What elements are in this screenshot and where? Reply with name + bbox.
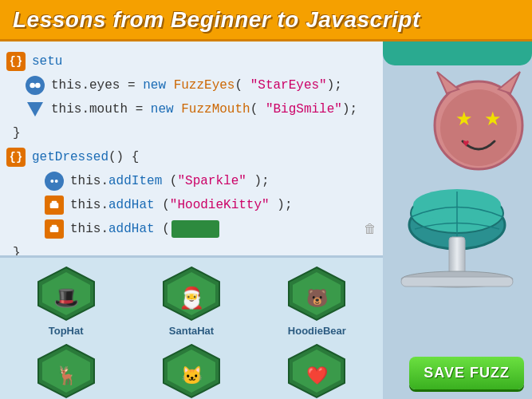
page-title: Lessons from Beginner to Javascript	[13, 7, 420, 33]
eyes-icon	[26, 76, 45, 95]
svg-point-3	[55, 180, 58, 183]
hat-icon-1	[45, 196, 64, 215]
hat-selection-area: 🎩 TopHat 🎅	[0, 255, 383, 399]
code-line-addhat2: this.addHat ( 🗑	[0, 217, 383, 241]
svg-text:🦌: 🦌	[55, 365, 77, 386]
code-line-close2: }	[0, 241, 383, 255]
code-editor[interactable]: {} setu this.eyes = new FuzzEyes(	[0, 41, 383, 255]
code-line-additem: this.addItem ("Sparkle" );	[0, 169, 383, 193]
right-panel: ★ ★ ♥	[383, 41, 532, 399]
code-line-addhat1: this.addHat ("HoodieKitty" );	[0, 193, 383, 217]
curly-icon-2: {}	[6, 148, 26, 167]
curly-icon: {}	[6, 52, 26, 71]
title-bar: Lessons from Beginner to Javascript	[0, 0, 532, 41]
svg-point-2	[50, 180, 53, 183]
svg-text:❤️: ❤️	[306, 365, 329, 386]
hat-item-hoodiekitty[interactable]: 🐱 HoodieKitty	[132, 343, 250, 399]
code-text-setup: setu	[32, 54, 62, 69]
main-content: {} setu this.eyes = new FuzzEyes(	[0, 41, 532, 399]
hat-label-tophat: TopHat	[49, 325, 84, 337]
svg-text:♥: ♥	[463, 136, 469, 149]
code-panel: {} setu this.eyes = new FuzzEyes(	[0, 41, 383, 399]
code-area: {} setu this.eyes = new FuzzEyes(	[0, 41, 383, 255]
trash-icon[interactable]: 🗑	[364, 222, 376, 237]
hat-item-reindeer[interactable]: 🦌 Reindeer	[6, 343, 125, 399]
hat-hex-reindeer: 🦌	[34, 343, 98, 399]
hat-hex-hoodiebear: 🐻	[285, 266, 349, 322]
item-icon	[45, 172, 64, 191]
triangle-icon	[27, 102, 43, 117]
hat-item-tophat[interactable]: 🎩 TopHat	[6, 266, 125, 337]
code-brace-close2: }	[6, 246, 21, 255]
svg-point-0	[30, 83, 35, 89]
mouth-icon-wrap	[26, 100, 45, 119]
hat-label-hoodiebear: HoodieBear	[288, 325, 346, 337]
svg-rect-5	[52, 201, 57, 205]
text-cursor[interactable]	[171, 220, 219, 238]
code-line-getdressed: {} getDressed() {	[0, 145, 383, 169]
svg-text:★: ★	[455, 108, 473, 129]
code-line-close1: }	[0, 121, 383, 145]
hat-hex-tophat: 🎩	[34, 266, 98, 322]
hat-hex-santahat: 🎅	[160, 266, 223, 322]
hat-grid-container: 🎩 TopHat 🎅	[6, 266, 376, 399]
hat-label-santahat: SantaHat	[169, 325, 214, 337]
code-getdressed-text: getDressed() {	[32, 150, 139, 164]
code-line-eyes: this.eyes = new FuzzEyes( "StarEyes");	[0, 73, 383, 97]
code-mouth-text: this.mouth = new FuzzMouth( "BigSmile");	[51, 102, 357, 117]
code-addhat1-text: this.addHat ("HoodieKitty" );	[70, 198, 293, 212]
svg-text:🎩: 🎩	[53, 285, 80, 310]
svg-rect-7	[52, 225, 57, 229]
code-addhat2-text: this.addHat (	[70, 222, 170, 236]
code-brace-close: }	[6, 126, 21, 140]
svg-rect-39	[401, 277, 513, 286]
svg-point-27	[440, 89, 517, 166]
hat-hex-heartheadband: ❤️	[285, 343, 349, 399]
svg-text:★: ★	[484, 108, 502, 129]
code-line-mouth: this.mouth = new FuzzMouth( "BigSmile");	[0, 97, 383, 121]
code-line-setup: {} setu	[0, 49, 383, 73]
save-fuzz-button[interactable]: SAVE FUZZ	[409, 357, 524, 389]
hat-icon-2	[45, 219, 64, 239]
svg-point-1	[35, 83, 41, 89]
code-additem-text: this.addItem ("Sparkle" );	[70, 174, 270, 188]
svg-text:🐱: 🐱	[180, 365, 203, 386]
svg-marker-30	[437, 72, 459, 93]
svg-text:🎅: 🎅	[179, 285, 205, 310]
hat-grid: 🎩 TopHat 🎅	[0, 255, 383, 399]
hat-item-heartheadband[interactable]: ❤️ HeartHeadband	[258, 343, 376, 399]
svg-marker-31	[499, 72, 520, 93]
character-display-area: ★ ★ ♥	[383, 57, 532, 305]
code-eyes-text: this.eyes = new FuzzEyes( "StarEyes");	[51, 78, 342, 93]
hat-item-hoodiebear[interactable]: 🐻 HoodieBear	[258, 266, 376, 337]
hat-hex-hoodiekitty: 🐱	[160, 343, 223, 399]
hat-item-santahat[interactable]: 🎅 SantaHat	[132, 266, 250, 337]
svg-text:🐻: 🐻	[306, 287, 329, 309]
